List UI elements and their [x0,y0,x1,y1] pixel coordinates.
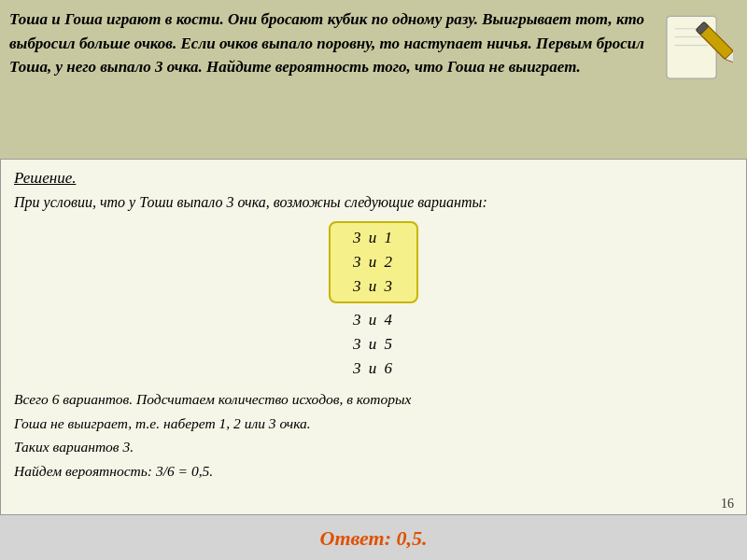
problem-text: Тоша и Гоша играют в кости. Они бросают … [9,7,644,149]
page-container: Тоша и Гоша играют в кости. Они бросают … [0,0,747,560]
answer-section: Ответ: 0,5. [0,515,747,560]
answer-text: Ответ: 0,5. [320,526,428,551]
outcomes-container: 3 и 1 3 и 2 3 и 3 3 и 4 3 и 5 3 и 6 [14,221,733,380]
outcome-row-4: 3 и 4 [317,309,430,331]
svg-rect-0 [667,16,716,78]
footer-line2: Гоша не выиграет, т.е. наберет 1, 2 или … [14,415,311,431]
solution-footer: Всего 6 вариантов. Подсчитаем количество… [14,387,733,483]
outcome-row-2: 3 и 2 [345,251,402,273]
footer-line4: Найдем вероятность: 3/6 = 0,5. [14,463,213,479]
problem-section: Тоша и Гоша играют в кости. Они бросают … [0,0,747,159]
solution-title: Решение. [14,169,733,188]
outcome-row-1: 3 и 1 [345,227,402,249]
footer-line3: Таких вариантов 3. [14,439,134,455]
pen-icon [658,12,733,87]
outcome-row-5: 3 и 5 [317,333,430,356]
outcome-row-6: 3 и 6 [317,357,430,380]
outcome-row-3: 3 и 3 [345,275,402,298]
problem-image [654,7,738,149]
solution-section: Решение. При условии, что у Тоши выпало … [0,159,747,515]
page-number: 16 [721,497,734,511]
footer-line1: Всего 6 вариантов. Подсчитаем количество… [14,391,411,407]
highlighted-outcomes: 3 и 1 3 и 2 3 и 3 [329,221,418,303]
solution-intro: При условии, что у Тоши выпало 3 очка, в… [14,191,733,214]
